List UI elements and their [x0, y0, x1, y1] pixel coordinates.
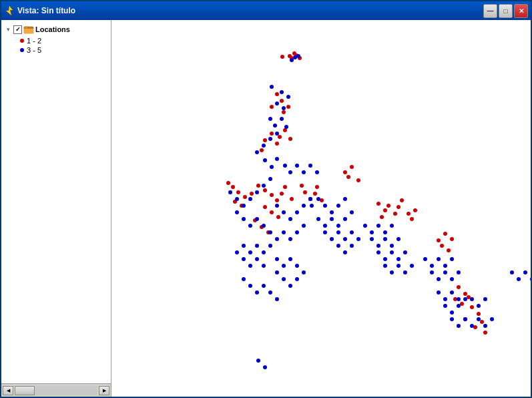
dot-blue — [336, 224, 340, 228]
dot-blue — [255, 244, 259, 248]
dot-blue — [457, 304, 461, 308]
dot-red — [480, 320, 484, 324]
legend-items: 1 - 2 3 - 5 — [3, 36, 109, 55]
dot-red — [270, 210, 274, 214]
layer-checkbox[interactable]: ✓ — [13, 25, 22, 34]
dot-blue — [323, 224, 327, 228]
legend-dot-blue — [20, 48, 24, 52]
dot-blue — [437, 257, 441, 261]
dot-blue — [383, 257, 387, 261]
dot-blue — [383, 264, 387, 268]
dot-blue — [282, 230, 286, 234]
dot-blue — [268, 117, 272, 121]
dot-blue — [356, 237, 360, 241]
minimize-button[interactable]: — — [483, 4, 497, 18]
dot-blue — [443, 297, 447, 301]
dot-blue — [443, 270, 447, 274]
dot-blue — [463, 297, 467, 301]
dot-blue — [457, 270, 461, 274]
legend-label-1: 1 - 2 — [27, 37, 41, 45]
map-area[interactable] — [111, 20, 531, 397]
dot-red — [260, 148, 264, 152]
dot-blue — [283, 164, 287, 168]
dot-blue — [282, 106, 286, 110]
dot-blue — [430, 270, 434, 274]
dot-blue — [390, 270, 394, 274]
dot-red — [226, 181, 230, 185]
dot-blue — [396, 264, 401, 268]
dot-blue — [450, 317, 454, 321]
dot-blue — [275, 237, 279, 241]
app-icon — [4, 5, 15, 16]
dot-red — [393, 212, 397, 216]
dot-blue — [310, 204, 314, 208]
dot-blue — [376, 244, 380, 248]
legend-item-1: 1 - 2 — [20, 36, 109, 45]
dot-blue — [470, 324, 474, 328]
dot-blue — [288, 257, 292, 261]
dot-blue — [343, 250, 347, 254]
layer-item-locations[interactable]: ▾ ✓ Locations — [3, 23, 109, 36]
content-area: ▾ ✓ Locations — [1, 20, 531, 397]
dot-blue — [302, 270, 306, 274]
sidebar-content: ▾ ✓ Locations — [1, 20, 111, 383]
dot-blue — [376, 224, 380, 228]
dot-blue — [523, 270, 527, 274]
dot-red — [437, 238, 441, 242]
legend-label-2: 3 - 5 — [27, 46, 41, 54]
dot-blue — [268, 137, 272, 141]
dot-blue — [403, 250, 407, 254]
dot-red — [300, 184, 304, 188]
dot-red — [400, 198, 404, 202]
dot-blue — [248, 264, 252, 268]
dot-blue — [242, 277, 246, 281]
dot-red — [275, 198, 279, 202]
dot-blue — [242, 204, 246, 208]
dot-blue — [282, 210, 286, 214]
layer-icon — [23, 24, 34, 35]
expand-button[interactable]: ▾ — [4, 25, 12, 33]
svg-rect-3 — [24, 29, 33, 33]
dot-blue — [390, 224, 394, 228]
dot-blue — [483, 297, 487, 301]
dot-blue — [517, 277, 521, 281]
svg-rect-2 — [24, 27, 28, 29]
close-button[interactable]: ✕ — [514, 4, 528, 18]
dot-blue — [450, 290, 454, 294]
dot-blue — [457, 324, 461, 328]
dot-red — [276, 215, 280, 219]
dot-red — [270, 132, 274, 136]
dot-blue — [282, 264, 286, 268]
dot-blue — [262, 284, 266, 288]
dot-red — [290, 197, 294, 201]
dot-blue — [350, 210, 354, 214]
scroll-thumb[interactable] — [15, 386, 35, 395]
dot-blue — [450, 257, 454, 261]
scroll-right-button[interactable]: ▶ — [99, 386, 109, 395]
dot-red — [410, 217, 414, 221]
dot-blue — [330, 217, 334, 221]
scroll-left-button[interactable]: ◀ — [3, 386, 13, 395]
dot-red — [256, 184, 260, 188]
dot-red — [288, 137, 292, 141]
dot-blue — [376, 250, 380, 254]
scroll-track — [15, 386, 97, 395]
dot-red — [231, 185, 235, 189]
dot-blue — [248, 284, 252, 288]
dot-blue — [323, 230, 327, 234]
dot-blue — [457, 297, 461, 301]
dot-red — [263, 188, 267, 192]
dot-blue — [270, 85, 274, 89]
dot-blue — [410, 264, 414, 268]
dot-red — [346, 175, 350, 179]
legend-dot-red — [20, 39, 24, 43]
maximize-button[interactable]: □ — [499, 4, 513, 18]
dot-blue — [242, 244, 246, 248]
dot-blue — [295, 277, 299, 281]
dot-blue — [280, 117, 284, 121]
dot-blue — [316, 197, 320, 201]
dot-red — [243, 195, 247, 199]
dot-blue — [330, 210, 334, 214]
title-bar: Vista: Sin título — □ ✕ — [1, 1, 531, 20]
dot-blue — [437, 277, 441, 281]
